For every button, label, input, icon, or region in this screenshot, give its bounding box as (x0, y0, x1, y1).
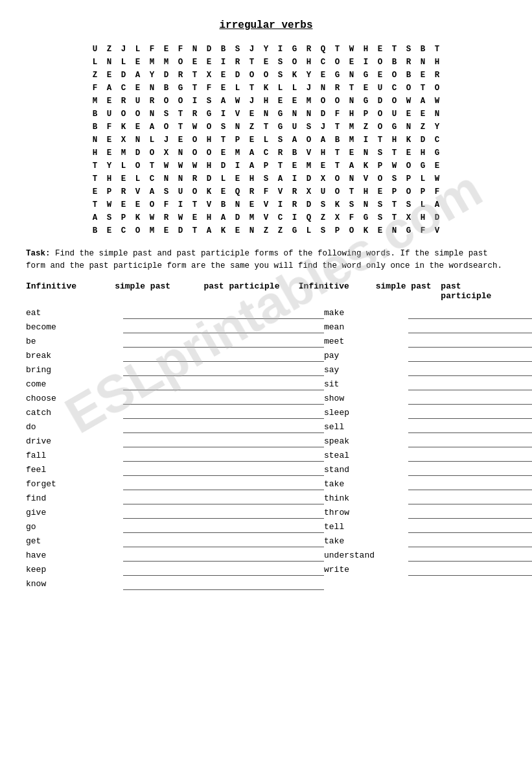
wordsearch-cell: B (402, 69, 416, 82)
wordsearch-cell: C (387, 82, 402, 95)
wordsearch-cell: G (359, 211, 373, 224)
wordsearch-row: THELCNNRDLEHSAIDXONVOSPLW (88, 172, 445, 185)
wordsearch-cell: L (145, 134, 159, 147)
wordsearch-cell: V (273, 185, 288, 198)
past-participle-blank (220, 578, 324, 590)
wordsearch-cell: R (145, 95, 159, 108)
wordsearch-cell: U (316, 185, 330, 198)
wordsearch-cell: J (245, 43, 259, 56)
wordsearch-cell: A (216, 95, 231, 108)
wordsearch-cell: P (373, 160, 387, 172)
wordsearch-cell: F (202, 82, 216, 95)
page-title: irregular verbs (26, 19, 506, 31)
wordsearch-cell: T (245, 56, 259, 69)
wordsearch-cell: M (231, 147, 245, 160)
infinitive-word: get (26, 536, 123, 546)
wordsearch-cell: G (288, 224, 302, 237)
wordsearch-cell: T (387, 198, 402, 211)
wordsearch-cell: O (159, 121, 174, 134)
infinitive-word: eat (26, 308, 123, 318)
wordsearch-cell: C (117, 82, 131, 95)
wordsearch-cell: T (416, 82, 430, 95)
wordsearch-cell: E (174, 134, 188, 147)
wordsearch-cell: R (117, 95, 131, 108)
wordsearch-cell: X (302, 185, 316, 198)
wordsearch-cell: T (330, 43, 345, 56)
wordsearch-cell: E (131, 56, 145, 69)
past-participle-blank (480, 421, 532, 433)
wordsearch-cell: T (88, 198, 102, 211)
wordsearch-cell: N (345, 69, 359, 82)
wordsearch-cell: E (88, 185, 102, 198)
wordsearch-cell: E (188, 56, 202, 69)
simple-past-blank (123, 507, 220, 519)
wordsearch-cell: H (387, 134, 402, 147)
wordsearch-cell: N (231, 121, 245, 134)
wordsearch-cell: T (330, 160, 345, 172)
wordsearch-cell: E (159, 224, 174, 237)
list-item: find (26, 492, 324, 506)
wordsearch-cell: H (416, 147, 430, 160)
simple-past-blank (123, 564, 220, 576)
simple-past-blank (123, 407, 220, 419)
wordsearch-cell: H (245, 172, 259, 185)
wordsearch-cell: X (330, 211, 345, 224)
wordsearch-row: ZEDAYDRTXEDOOSKYEGNGEOBER (88, 69, 445, 82)
wordsearch-cell: E (245, 134, 259, 147)
simple-past-blank (408, 564, 480, 576)
wordsearch-cell: D (302, 172, 316, 185)
wordsearch-cell: D (174, 224, 188, 237)
wordsearch-cell: F (145, 43, 159, 56)
wordsearch-cell: U (373, 82, 387, 95)
wordsearch-cell: S (159, 108, 174, 121)
past-participle-blank (480, 307, 532, 319)
wordsearch-cell: W (345, 43, 359, 56)
wordsearch-cell: U (88, 43, 102, 56)
wordsearch-cell: S (273, 56, 288, 69)
wordsearch-cell: T (88, 160, 102, 172)
infinitive-word: meet (324, 337, 408, 346)
wordsearch-cell: E (102, 134, 117, 147)
wordsearch-cell: N (416, 56, 430, 69)
infinitive-word: stand (324, 465, 408, 475)
wordsearch-cell: I (359, 134, 373, 147)
wordsearch-cell: W (174, 160, 188, 172)
wordsearch-cell: L (273, 82, 288, 95)
wordsearch-cell: S (402, 43, 416, 56)
simple-past-blank (123, 307, 220, 319)
wordsearch-cell: E (416, 108, 430, 121)
wordsearch-cell: X (117, 134, 131, 147)
wordsearch-cell: F (430, 185, 445, 198)
wordsearch-cell: S (273, 134, 288, 147)
infinitive-word: mean (324, 322, 408, 332)
wordsearch-cell: P (117, 211, 131, 224)
wordsearch-row: ASPKWRWEHADMVCIQZXFGSTXHD (88, 211, 445, 224)
wordsearch-cell: E (117, 198, 131, 211)
simple-past-blank (408, 550, 480, 562)
wordsearch-cell: A (430, 198, 445, 211)
wordsearch-cell: N (131, 134, 145, 147)
wordsearch-cell: R (302, 43, 316, 56)
wordsearch-cell: A (316, 134, 330, 147)
wordsearch-cell: N (288, 108, 302, 121)
list-item: take (324, 534, 532, 549)
simple-past-blank (408, 336, 480, 348)
wordsearch-cell: M (345, 134, 359, 147)
infinitive-word: go (26, 522, 123, 532)
list-item: come (26, 377, 324, 392)
wordsearch-cell: H (202, 160, 216, 172)
wordsearch-cell: A (245, 147, 259, 160)
past-participle-blank (220, 479, 324, 490)
wordsearch-cell: P (259, 160, 273, 172)
wordsearch-cell: I (288, 211, 302, 224)
wordsearch-cell: E (159, 43, 174, 56)
wordsearch-cell: D (202, 43, 216, 56)
infinitive-word: know (26, 579, 123, 589)
infinitive-word: do (26, 422, 123, 432)
wordsearch-row: LNLEMMOEEIRTESOHCOEIOBRNH (88, 56, 445, 69)
infinitive-word: find (26, 493, 123, 503)
wordsearch-cell: E (102, 224, 117, 237)
wordsearch-cell: J (316, 121, 330, 134)
wordsearch-cell: G (273, 121, 288, 134)
header-past-participle-left: past participle (203, 281, 298, 301)
